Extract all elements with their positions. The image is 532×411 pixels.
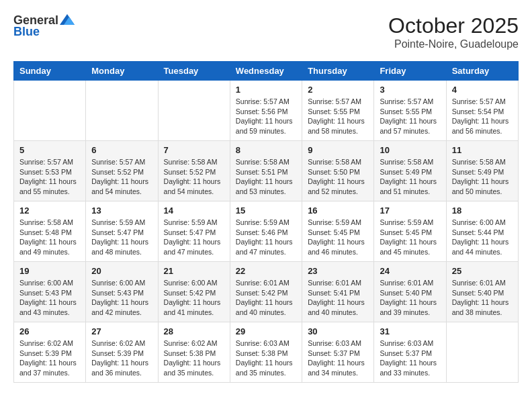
- table-row: 25Sunrise: 6:01 AMSunset: 5:40 PMDayligh…: [446, 262, 518, 322]
- table-row: 8Sunrise: 5:58 AMSunset: 5:51 PMDaylight…: [230, 141, 302, 201]
- table-row: 17Sunrise: 5:59 AMSunset: 5:45 PMDayligh…: [374, 201, 446, 262]
- location-title: Pointe-Noire, Guadeloupe: [388, 38, 519, 50]
- table-row: 9Sunrise: 5:58 AMSunset: 5:50 PMDaylight…: [302, 141, 374, 201]
- table-row: 29Sunrise: 6:03 AMSunset: 5:38 PMDayligh…: [230, 322, 302, 383]
- table-row: 23Sunrise: 6:01 AMSunset: 5:41 PMDayligh…: [302, 262, 374, 322]
- calendar-week-row: 1Sunrise: 5:57 AMSunset: 5:56 PMDaylight…: [14, 81, 519, 141]
- table-row: [446, 322, 518, 383]
- day-info: Sunrise: 6:00 AMSunset: 5:42 PMDaylight:…: [164, 278, 224, 318]
- calendar-week-row: 26Sunrise: 6:02 AMSunset: 5:39 PMDayligh…: [14, 322, 519, 383]
- day-number: 5: [19, 145, 80, 155]
- day-info: Sunrise: 6:02 AMSunset: 5:39 PMDaylight:…: [91, 338, 152, 378]
- table-row: 13Sunrise: 5:59 AMSunset: 5:47 PMDayligh…: [86, 201, 158, 262]
- col-tuesday: Tuesday: [158, 62, 230, 81]
- day-number: 12: [19, 205, 80, 216]
- col-monday: Monday: [86, 62, 158, 81]
- table-row: 22Sunrise: 6:01 AMSunset: 5:42 PMDayligh…: [230, 262, 302, 322]
- day-info: Sunrise: 6:03 AMSunset: 5:37 PMDaylight:…: [380, 338, 440, 378]
- calendar-week-row: 12Sunrise: 5:58 AMSunset: 5:48 PMDayligh…: [14, 201, 519, 262]
- day-number: 27: [91, 326, 152, 336]
- day-info: Sunrise: 5:57 AMSunset: 5:55 PMDaylight:…: [380, 97, 440, 136]
- month-title: October 2025: [388, 13, 519, 38]
- day-info: Sunrise: 5:59 AMSunset: 5:45 PMDaylight:…: [308, 218, 368, 257]
- page-header: General Blue October 2025 Pointe-Noire, …: [13, 13, 519, 50]
- table-row: 11Sunrise: 5:58 AMSunset: 5:49 PMDayligh…: [446, 141, 518, 201]
- day-number: 13: [91, 205, 152, 216]
- calendar-header-row: Sunday Monday Tuesday Wednesday Thursday…: [14, 62, 519, 81]
- table-row: 16Sunrise: 5:59 AMSunset: 5:45 PMDayligh…: [302, 201, 374, 262]
- col-saturday: Saturday: [446, 62, 518, 81]
- day-number: 4: [452, 85, 513, 95]
- day-info: Sunrise: 5:58 AMSunset: 5:49 PMDaylight:…: [452, 157, 513, 197]
- table-row: 7Sunrise: 5:58 AMSunset: 5:52 PMDaylight…: [158, 141, 230, 201]
- table-row: 26Sunrise: 6:02 AMSunset: 5:39 PMDayligh…: [14, 322, 86, 383]
- day-info: Sunrise: 6:02 AMSunset: 5:38 PMDaylight:…: [164, 338, 224, 378]
- logo: General Blue: [13, 13, 75, 39]
- day-info: Sunrise: 6:01 AMSunset: 5:40 PMDaylight:…: [452, 278, 513, 318]
- day-number: 18: [452, 205, 513, 216]
- day-info: Sunrise: 6:03 AMSunset: 5:38 PMDaylight:…: [236, 338, 296, 378]
- day-info: Sunrise: 6:00 AMSunset: 5:44 PMDaylight:…: [452, 218, 513, 257]
- calendar-week-row: 5Sunrise: 5:57 AMSunset: 5:53 PMDaylight…: [14, 141, 519, 201]
- logo-blue-text: Blue: [13, 25, 40, 39]
- table-row: 14Sunrise: 5:59 AMSunset: 5:47 PMDayligh…: [158, 201, 230, 262]
- day-number: 30: [308, 326, 368, 336]
- day-number: 3: [380, 85, 440, 95]
- table-row: [14, 81, 86, 141]
- day-number: 8: [236, 145, 296, 155]
- table-row: 2Sunrise: 5:57 AMSunset: 5:55 PMDaylight…: [302, 81, 374, 141]
- day-info: Sunrise: 5:58 AMSunset: 5:48 PMDaylight:…: [19, 218, 80, 257]
- day-number: 9: [308, 145, 368, 155]
- day-number: 25: [452, 266, 513, 276]
- day-info: Sunrise: 5:57 AMSunset: 5:52 PMDaylight:…: [91, 157, 152, 197]
- table-row: 31Sunrise: 6:03 AMSunset: 5:37 PMDayligh…: [374, 322, 446, 383]
- table-row: 21Sunrise: 6:00 AMSunset: 5:42 PMDayligh…: [158, 262, 230, 322]
- day-info: Sunrise: 5:57 AMSunset: 5:53 PMDaylight:…: [19, 157, 80, 197]
- title-area: October 2025 Pointe-Noire, Guadeloupe: [388, 13, 519, 50]
- day-number: 20: [91, 266, 152, 276]
- table-row: 12Sunrise: 5:58 AMSunset: 5:48 PMDayligh…: [14, 201, 86, 262]
- calendar-table: Sunday Monday Tuesday Wednesday Thursday…: [13, 61, 519, 383]
- col-wednesday: Wednesday: [230, 62, 302, 81]
- day-info: Sunrise: 5:58 AMSunset: 5:51 PMDaylight:…: [236, 157, 296, 197]
- day-number: 16: [308, 205, 368, 216]
- day-number: 26: [19, 326, 80, 336]
- day-number: 31: [380, 326, 440, 336]
- day-number: 11: [452, 145, 513, 155]
- table-row: 10Sunrise: 5:58 AMSunset: 5:49 PMDayligh…: [374, 141, 446, 201]
- table-row: 28Sunrise: 6:02 AMSunset: 5:38 PMDayligh…: [158, 322, 230, 383]
- col-friday: Friday: [374, 62, 446, 81]
- day-info: Sunrise: 6:02 AMSunset: 5:39 PMDaylight:…: [19, 338, 80, 378]
- day-number: 7: [164, 145, 224, 155]
- day-info: Sunrise: 6:01 AMSunset: 5:42 PMDaylight:…: [236, 278, 296, 318]
- table-row: 18Sunrise: 6:00 AMSunset: 5:44 PMDayligh…: [446, 201, 518, 262]
- day-number: 17: [380, 205, 440, 216]
- col-thursday: Thursday: [302, 62, 374, 81]
- logo-icon: [60, 13, 75, 26]
- day-number: 21: [164, 266, 224, 276]
- day-info: Sunrise: 5:58 AMSunset: 5:50 PMDaylight:…: [308, 157, 368, 197]
- day-info: Sunrise: 5:58 AMSunset: 5:52 PMDaylight:…: [164, 157, 224, 197]
- day-number: 14: [164, 205, 224, 216]
- day-info: Sunrise: 5:59 AMSunset: 5:45 PMDaylight:…: [380, 218, 440, 257]
- table-row: 6Sunrise: 5:57 AMSunset: 5:52 PMDaylight…: [86, 141, 158, 201]
- day-number: 29: [236, 326, 296, 336]
- day-number: 23: [308, 266, 368, 276]
- day-number: 19: [19, 266, 80, 276]
- day-info: Sunrise: 6:00 AMSunset: 5:43 PMDaylight:…: [91, 278, 152, 318]
- day-number: 28: [164, 326, 224, 336]
- day-info: Sunrise: 5:59 AMSunset: 5:46 PMDaylight:…: [236, 218, 296, 257]
- day-info: Sunrise: 5:57 AMSunset: 5:54 PMDaylight:…: [452, 97, 513, 136]
- day-info: Sunrise: 5:58 AMSunset: 5:49 PMDaylight:…: [380, 157, 440, 197]
- table-row: 15Sunrise: 5:59 AMSunset: 5:46 PMDayligh…: [230, 201, 302, 262]
- table-row: 4Sunrise: 5:57 AMSunset: 5:54 PMDaylight…: [446, 81, 518, 141]
- day-number: 15: [236, 205, 296, 216]
- table-row: [86, 81, 158, 141]
- table-row: 24Sunrise: 6:01 AMSunset: 5:40 PMDayligh…: [374, 262, 446, 322]
- day-number: 2: [308, 85, 368, 95]
- table-row: 30Sunrise: 6:03 AMSunset: 5:37 PMDayligh…: [302, 322, 374, 383]
- table-row: 27Sunrise: 6:02 AMSunset: 5:39 PMDayligh…: [86, 322, 158, 383]
- table-row: 5Sunrise: 5:57 AMSunset: 5:53 PMDaylight…: [14, 141, 86, 201]
- day-number: 6: [91, 145, 152, 155]
- col-sunday: Sunday: [14, 62, 86, 81]
